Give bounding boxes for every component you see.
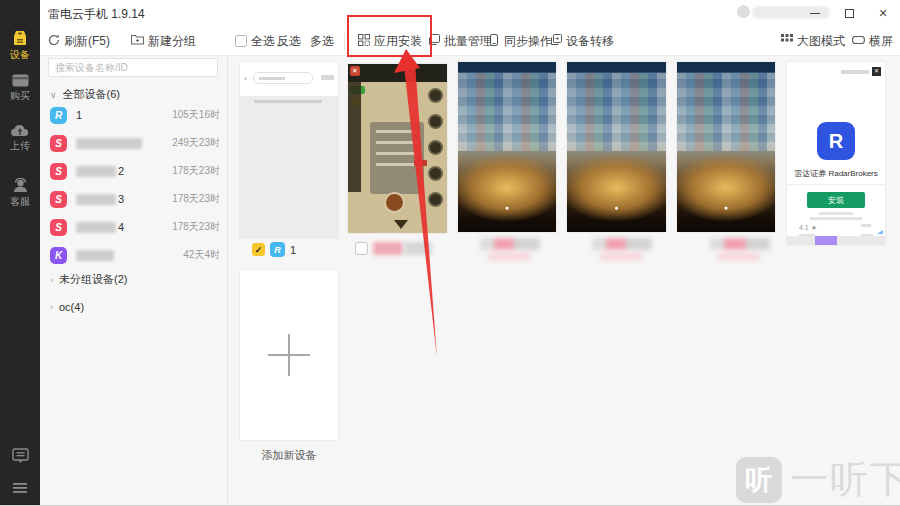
batch-manage-label: 批量管理 xyxy=(444,33,492,50)
app-install-button[interactable]: 应用安装 xyxy=(358,26,422,56)
device-row[interactable]: S 2 178天23时 xyxy=(50,160,220,182)
minimize-button[interactable] xyxy=(798,0,832,26)
device-thumbnail-2[interactable]: ✕ xyxy=(348,64,447,233)
sidebar-item-support[interactable]: 客服 xyxy=(0,178,40,209)
sidebar-item-devices[interactable]: 设备 xyxy=(0,30,40,62)
device-thumbnail-1[interactable]: ‹ xyxy=(240,62,338,238)
group-label: oc(4) xyxy=(59,301,84,313)
device-transfer-button[interactable]: 设备转移 xyxy=(550,26,614,56)
menu-button[interactable] xyxy=(0,480,40,498)
feedback-button[interactable] xyxy=(0,448,40,468)
game-close-icon: ✕ xyxy=(350,66,360,76)
device-badge: K xyxy=(50,247,67,264)
device-transfer-label: 设备转移 xyxy=(566,33,614,50)
minimize-icon xyxy=(810,13,820,14)
device-thumbnail-6[interactable]: ✕ R 雷达证券 RadarBrokers 安装 4.1 ★ Google Pl… xyxy=(787,62,885,245)
device-2-label-row xyxy=(355,242,432,255)
device-name-censored: 4 xyxy=(76,221,124,233)
device-2-checkbox-unchecked[interactable] xyxy=(355,242,368,255)
select-all-toggle[interactable]: 全选 xyxy=(235,26,275,56)
landscape-button[interactable]: 横屏 xyxy=(852,26,893,56)
maximize-button[interactable] xyxy=(832,0,866,26)
close-button[interactable]: ✕ xyxy=(866,0,900,26)
censor-blur xyxy=(718,252,760,261)
chevron-down-icon: ∨ xyxy=(50,90,57,100)
refresh-button[interactable]: 刷新(F5) xyxy=(48,26,110,56)
devices-icon xyxy=(0,30,40,46)
tiny-text-bar xyxy=(841,70,869,74)
group-all-devices[interactable]: ∨ 全部设备(6) xyxy=(50,87,120,102)
game-red-button xyxy=(414,160,427,166)
censor-blur xyxy=(404,242,432,255)
close-icon: ✕ xyxy=(878,8,887,19)
install-button[interactable]: 安装 xyxy=(807,192,865,208)
close-box-icon: ✕ xyxy=(872,67,881,76)
device-row[interactable]: S 249天23时 xyxy=(50,132,220,154)
device-badge: S xyxy=(50,191,67,208)
search-input[interactable] xyxy=(48,58,218,77)
device-badge: S xyxy=(50,135,67,152)
radar-header: ✕ xyxy=(841,67,881,76)
game-side-strip xyxy=(348,82,361,192)
thumb-app-header: ‹ xyxy=(240,62,338,96)
sidebar-item-label: 上传 xyxy=(0,139,40,153)
device-3-name-censored xyxy=(480,238,540,250)
device-row[interactable]: S 3 178天23时 xyxy=(50,188,220,210)
big-view-button[interactable]: 大图模式 xyxy=(781,26,845,56)
device-name-censored xyxy=(76,138,144,149)
device-row[interactable]: S 4 178天23时 xyxy=(50,216,220,238)
device-thumbnail-4[interactable] xyxy=(567,62,666,232)
device-thumbnail-5[interactable] xyxy=(677,62,775,232)
group-label: 未分组设备(2) xyxy=(59,272,127,287)
game-avatar-icon xyxy=(386,194,403,211)
group-ungrouped[interactable]: › 未分组设备(2) xyxy=(50,272,127,287)
sidebar-item-label: 购买 xyxy=(0,89,40,103)
censor-blur xyxy=(76,222,116,233)
sync-ops-button[interactable]: 同步操作 xyxy=(488,26,552,56)
censor-blur xyxy=(600,252,642,261)
titlebar: 雷电云手机 1.9.14 ✕ xyxy=(40,0,900,26)
censor-blur xyxy=(76,250,114,261)
multi-select-button[interactable]: 多选 xyxy=(310,26,334,56)
plus-icon xyxy=(268,334,310,376)
select-all-checkbox[interactable] xyxy=(235,35,247,47)
cloud-upload-icon xyxy=(0,124,40,137)
feedback-icon xyxy=(12,450,29,467)
device-time: 178天23时 xyxy=(172,220,220,234)
purple-block xyxy=(815,236,837,245)
device-1-checkbox-checked[interactable]: ✓ xyxy=(252,243,265,256)
app-window: 设备 购买 上传 客服 xyxy=(0,0,900,506)
group-oc[interactable]: › oc(4) xyxy=(50,301,84,313)
thumb-search-button xyxy=(321,75,334,80)
watermark-logo-icon: 听 xyxy=(736,457,782,503)
device-thumbnail-3[interactable] xyxy=(458,62,556,232)
invert-select-button[interactable]: 反选 xyxy=(277,26,301,56)
window-title: 雷电云手机 1.9.14 xyxy=(48,6,145,23)
device-time: 249天23时 xyxy=(172,136,220,150)
landscape-label: 横屏 xyxy=(869,33,893,50)
device-1-name: 1 xyxy=(290,244,296,256)
censor-blur xyxy=(373,242,403,255)
back-arrow-glyph: ‹ xyxy=(244,74,247,83)
copy-squares-icon xyxy=(428,34,440,49)
new-group-button[interactable]: 新建分组 xyxy=(131,26,196,56)
device-time: 42天4时 xyxy=(183,248,220,262)
add-device-card[interactable] xyxy=(240,270,338,440)
censor-blur xyxy=(76,166,116,177)
device-4-name-censored xyxy=(592,238,652,250)
hamburger-menu-icon xyxy=(12,480,28,497)
batch-manage-button[interactable]: 批量管理 xyxy=(428,26,492,56)
chevron-right-icon: › xyxy=(50,275,53,285)
device-name-censored: 3 xyxy=(76,193,124,205)
device-1-label-row: ✓ R 1 xyxy=(252,242,296,257)
sidebar-item-upload[interactable]: 上传 xyxy=(0,124,40,153)
sidebar-item-buy[interactable]: 购买 xyxy=(0,74,40,103)
device-row[interactable]: K 42天4时 xyxy=(50,244,220,266)
device-row[interactable]: R 1 105天16时 xyxy=(50,104,220,126)
tiny-text-bar xyxy=(861,224,871,227)
device-name-censored xyxy=(76,250,116,261)
watermark-text: 一听下载 xyxy=(790,454,900,505)
game-skill-icon xyxy=(430,194,441,205)
device-time: 105天16时 xyxy=(172,108,220,122)
multi-select-label: 多选 xyxy=(310,33,334,50)
